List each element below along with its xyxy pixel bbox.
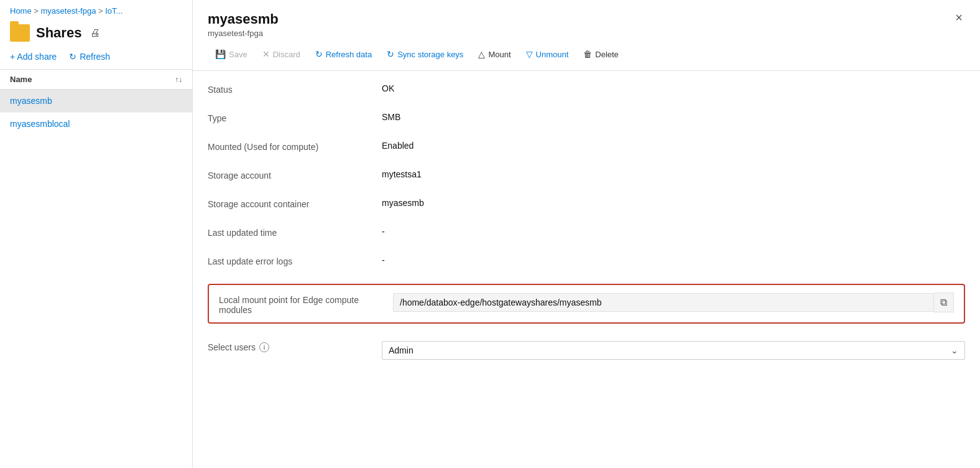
- last-updated-label: Last updated time: [208, 227, 382, 238]
- list-header: Name ↑↓: [0, 69, 192, 90]
- select-users-value: Admin ⌄: [382, 341, 965, 360]
- refresh-icon: ↻: [69, 52, 76, 62]
- storage-account-value: mytestsa1: [382, 169, 965, 179]
- select-users-label: Select users i: [208, 341, 382, 352]
- discard-button[interactable]: ✕ Discard: [255, 45, 308, 63]
- folder-icon: [10, 24, 30, 42]
- refresh-data-button[interactable]: ↻ Refresh data: [308, 45, 379, 63]
- mounted-row: Mounted (Used for compute) Enabled: [208, 141, 965, 152]
- breadcrumb-device[interactable]: myasetest-fpga: [41, 6, 96, 16]
- info-icon: i: [259, 342, 269, 352]
- add-share-button[interactable]: + Add share: [10, 52, 57, 62]
- refresh-button[interactable]: ↻ Refresh: [69, 52, 110, 62]
- delete-icon: 🗑: [583, 49, 592, 59]
- discard-icon: ✕: [262, 49, 270, 59]
- delete-button[interactable]: 🗑 Delete: [576, 45, 626, 63]
- save-button[interactable]: 💾 Save: [208, 45, 255, 63]
- sidebar-title-row: Shares 🖨: [0, 19, 192, 49]
- panel-header: myasesmb myasetest-fpga ×: [193, 0, 980, 38]
- breadcrumb-current[interactable]: IoT...: [105, 6, 122, 16]
- users-dropdown[interactable]: Admin ⌄: [382, 341, 965, 360]
- sidebar-actions: + Add share ↻ Refresh: [0, 49, 192, 69]
- mount-point-label: Local mount point for Edge compute modul…: [219, 292, 393, 315]
- sync-icon: ↻: [387, 49, 394, 59]
- detail-content: Status OK Type SMB Mounted (Used for com…: [193, 71, 980, 468]
- last-error-value: -: [382, 255, 965, 265]
- last-updated-value: -: [382, 227, 965, 236]
- copy-button[interactable]: ⧉: [934, 292, 954, 312]
- status-value: OK: [382, 83, 965, 93]
- last-updated-row: Last updated time -: [208, 227, 965, 238]
- mount-point-input-wrap: ⧉: [393, 292, 954, 312]
- list-item[interactable]: myasesmb: [0, 90, 192, 112]
- mount-point-highlighted-row: Local mount point for Edge compute modul…: [208, 284, 965, 324]
- mounted-label: Mounted (Used for compute): [208, 141, 382, 152]
- list-item[interactable]: myasesmblocal: [0, 112, 192, 135]
- unmount-icon: ▽: [526, 49, 533, 59]
- sort-icon[interactable]: ↑↓: [175, 75, 182, 84]
- last-error-label: Last update error logs: [208, 255, 382, 266]
- chevron-down-icon: ⌄: [945, 342, 964, 359]
- status-row: Status OK: [208, 83, 965, 95]
- status-label: Status: [208, 83, 382, 95]
- print-icon[interactable]: 🖨: [90, 27, 100, 39]
- panel-subtitle: myasetest-fpga: [208, 29, 279, 38]
- storage-container-label: Storage account container: [208, 198, 382, 209]
- sidebar: Home > myasetest-fpga > IoT... Shares 🖨 …: [0, 0, 193, 468]
- storage-account-row: Storage account mytestsa1: [208, 169, 965, 180]
- select-users-row: Select users i Admin ⌄: [208, 341, 965, 360]
- unmount-button[interactable]: ▽ Unmount: [519, 45, 576, 63]
- mounted-value: Enabled: [382, 141, 965, 151]
- close-button[interactable]: ×: [953, 11, 965, 24]
- sync-storage-keys-button[interactable]: ↻ Sync storage keys: [379, 45, 471, 63]
- breadcrumb-home[interactable]: Home: [10, 6, 32, 16]
- type-row: Type SMB: [208, 112, 965, 123]
- save-icon: 💾: [215, 49, 226, 59]
- type-label: Type: [208, 112, 382, 123]
- breadcrumb: Home > myasetest-fpga > IoT...: [0, 0, 192, 19]
- panel-title-block: myasesmb myasetest-fpga: [208, 11, 279, 38]
- mount-point-input[interactable]: [393, 293, 934, 312]
- storage-container-row: Storage account container myasesmb: [208, 198, 965, 209]
- sidebar-title: Shares: [36, 25, 81, 41]
- mount-icon: △: [478, 49, 485, 59]
- last-error-row: Last update error logs -: [208, 255, 965, 266]
- refresh-data-icon: ↻: [315, 49, 323, 59]
- copy-icon: ⧉: [940, 297, 947, 308]
- toolbar: 💾 Save ✕ Discard ↻ Refresh data ↻ Sync s…: [193, 38, 980, 71]
- detail-panel: myasesmb myasetest-fpga × 💾 Save ✕ Disca…: [193, 0, 980, 468]
- storage-account-label: Storage account: [208, 169, 382, 180]
- type-value: SMB: [382, 112, 965, 122]
- storage-container-value: myasesmb: [382, 198, 965, 208]
- mount-button[interactable]: △ Mount: [471, 45, 518, 63]
- panel-title: myasesmb: [208, 11, 279, 27]
